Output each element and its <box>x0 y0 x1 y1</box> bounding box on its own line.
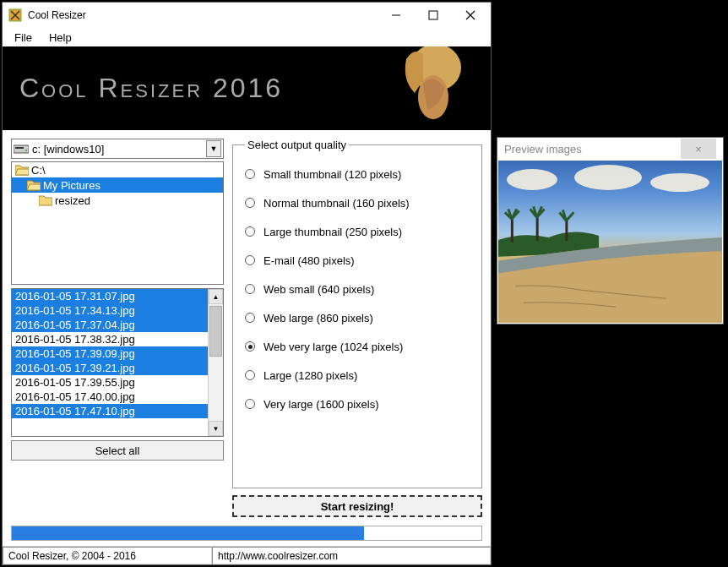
preview-close-button[interactable]: × <box>681 139 716 159</box>
right-panel: Select output quality Small thumbnail (1… <box>232 139 482 517</box>
menu-help[interactable]: Help <box>41 30 80 46</box>
radio-icon <box>245 313 255 323</box>
radio-icon <box>245 169 255 179</box>
preview-titlebar[interactable]: Preview images × <box>497 138 723 160</box>
file-item[interactable]: 2016-01-05 17.37.04.jpg <box>12 318 208 332</box>
quality-label: Large (1280 pixels) <box>263 369 357 382</box>
tree-label: My Pictures <box>43 179 101 192</box>
app-icon <box>8 8 23 23</box>
maximize-button[interactable] <box>415 3 452 27</box>
quality-label: Web large (860 pixels) <box>263 312 373 324</box>
tree-label: resized <box>55 194 90 207</box>
file-scrollbar[interactable]: ▲ ▼ <box>208 289 223 436</box>
quality-option[interactable]: Web large (860 pixels) <box>245 303 470 332</box>
tree-item[interactable]: C:\ <box>12 162 223 177</box>
quality-option[interactable]: Small thumbnail (120 pixels) <box>245 160 470 188</box>
menu-file[interactable]: File <box>6 30 41 46</box>
file-item[interactable]: 2016-01-05 17.38.32.jpg <box>12 332 208 346</box>
radio-icon <box>245 341 255 352</box>
svg-rect-11 <box>565 221 568 241</box>
svg-rect-2 <box>429 11 437 19</box>
file-item[interactable]: 2016-01-05 17.39.21.jpg <box>12 361 208 375</box>
left-panel: c: [windows10] ▼ C:\My Picturesresized 2… <box>11 139 224 517</box>
status-copyright: Cool Resizer, © 2004 - 2016 <box>3 547 212 564</box>
radio-icon <box>245 399 255 409</box>
file-item[interactable]: 2016-01-05 17.40.00.jpg <box>12 390 208 404</box>
radio-icon <box>245 226 255 237</box>
quality-option[interactable]: E-mail (480 pixels) <box>245 246 470 275</box>
statusbar: Cool Resizer, © 2004 - 2016 http://www.c… <box>3 546 491 564</box>
folder-icon <box>39 194 52 206</box>
radio-icon <box>245 284 255 294</box>
svg-rect-7 <box>15 147 24 149</box>
quality-option[interactable]: Large (1280 pixels) <box>245 361 470 390</box>
quality-legend: Select output quality <box>245 139 349 151</box>
svg-point-8 <box>25 150 27 151</box>
preview-window[interactable]: Preview images × <box>497 137 724 324</box>
progress-bar <box>11 526 482 541</box>
quality-label: Very large (1600 pixels) <box>263 398 379 411</box>
quality-label: Web small (640 pixels) <box>263 283 374 296</box>
drive-icon <box>14 143 29 155</box>
file-item[interactable]: 2016-01-05 17.34.13.jpg <box>12 303 208 318</box>
quality-label: E-mail (480 pixels) <box>263 254 355 267</box>
scroll-down-button[interactable]: ▼ <box>209 421 223 436</box>
file-item[interactable]: 2016-01-05 17.47.10.jpg <box>12 404 208 418</box>
tree-item[interactable]: resized <box>12 193 223 208</box>
radio-icon <box>245 255 255 265</box>
quality-option[interactable]: Large thumbnail (250 pixels) <box>245 217 470 246</box>
tree-item[interactable]: My Pictures <box>12 177 223 193</box>
dropdown-arrow-icon[interactable]: ▼ <box>206 140 221 157</box>
progress-wrap <box>3 521 491 546</box>
close-button[interactable] <box>452 3 489 27</box>
status-url[interactable]: http://www.coolresizer.com <box>212 547 491 564</box>
quality-label: Normal thumbnail (160 pixels) <box>263 197 410 210</box>
folder-icon <box>27 179 41 191</box>
tree-label: C:\ <box>31 164 46 177</box>
content: c: [windows10] ▼ C:\My Picturesresized 2… <box>3 130 491 521</box>
quality-group: Select output quality Small thumbnail (1… <box>232 139 482 488</box>
radio-icon <box>245 198 255 208</box>
scroll-thumb[interactable] <box>209 306 222 357</box>
menubar: File Help <box>3 28 491 46</box>
svg-rect-10 <box>536 217 539 241</box>
file-list[interactable]: 2016-01-05 17.31.07.jpg2016-01-05 17.34.… <box>11 288 224 437</box>
quality-label: Web very large (1024 pixels) <box>263 341 403 353</box>
quality-label: Large thumbnail (250 pixels) <box>263 226 402 238</box>
main-window: Cool Resizer File Help Cool Resizer 2016… <box>2 2 492 565</box>
minimize-button[interactable] <box>378 3 415 27</box>
file-item[interactable]: 2016-01-05 17.39.55.jpg <box>12 375 208 390</box>
quality-option[interactable]: Web small (640 pixels) <box>245 275 470 303</box>
quality-option[interactable]: Web very large (1024 pixels) <box>245 332 470 361</box>
progress-fill <box>12 526 364 540</box>
svg-rect-6 <box>14 145 29 153</box>
banner-text: Cool Resizer 2016 <box>19 73 283 104</box>
banner: Cool Resizer 2016 <box>3 46 491 130</box>
file-item[interactable]: 2016-01-05 17.39.09.jpg <box>12 346 208 361</box>
preview-title-text: Preview images <box>504 143 681 155</box>
scroll-up-button[interactable]: ▲ <box>209 289 223 304</box>
folder-tree[interactable]: C:\My Picturesresized <box>11 161 224 285</box>
folder-icon <box>15 164 29 176</box>
start-resizing-button[interactable]: Start resizing! <box>232 495 482 517</box>
window-title: Cool Resizer <box>28 9 378 21</box>
drive-label: c: [windows10] <box>32 143 206 155</box>
drive-selector[interactable]: c: [windows10] ▼ <box>11 139 224 159</box>
quality-option[interactable]: Very large (1600 pixels) <box>245 390 470 418</box>
quality-option[interactable]: Normal thumbnail (160 pixels) <box>245 188 470 217</box>
file-item[interactable]: 2016-01-05 17.31.07.jpg <box>12 289 208 303</box>
select-all-button[interactable]: Select all <box>11 440 224 461</box>
preview-image <box>498 161 722 323</box>
svg-rect-9 <box>511 219 513 243</box>
quality-label: Small thumbnail (120 pixels) <box>263 168 401 181</box>
banner-image <box>381 46 482 130</box>
radio-icon <box>245 370 255 380</box>
titlebar[interactable]: Cool Resizer <box>3 3 491 28</box>
